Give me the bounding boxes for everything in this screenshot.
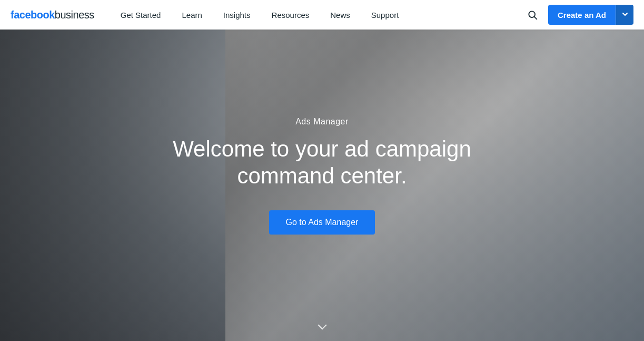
hero-section: Ads Manager Welcome to your ad campaign … <box>0 0 644 341</box>
nav-item-resources[interactable]: Resources <box>261 0 320 30</box>
nav-item-support[interactable]: Support <box>361 0 410 30</box>
go-to-ads-manager-button[interactable]: Go to Ads Manager <box>269 210 375 235</box>
svg-line-1 <box>534 17 537 20</box>
logo-business: business <box>55 9 94 21</box>
scroll-down-button[interactable] <box>319 322 325 330</box>
nav-item-news[interactable]: News <box>320 0 361 30</box>
nav-item-insights[interactable]: Insights <box>213 0 261 30</box>
create-ad-button[interactable]: Create an Ad <box>548 5 616 25</box>
scroll-chevron-icon <box>319 322 325 330</box>
hero-content: Ads Manager Welcome to your ad campaign … <box>138 117 507 235</box>
nav-item-learn[interactable]: Learn <box>171 0 212 30</box>
create-ad-wrapper: Create an Ad <box>548 5 633 25</box>
logo-facebook: facebook <box>11 9 55 21</box>
navbar: facebook business Get Started Learn Insi… <box>0 0 644 30</box>
logo[interactable]: facebook business <box>11 9 94 21</box>
chevron-down-icon <box>622 11 628 19</box>
nav-links: Get Started Learn Insights Resources New… <box>110 0 522 30</box>
hero-eyebrow: Ads Manager <box>138 117 507 126</box>
nav-right: Create an Ad <box>522 4 633 25</box>
hero-title: Welcome to your ad campaign command cent… <box>138 136 507 189</box>
create-ad-dropdown-button[interactable] <box>616 5 633 25</box>
nav-item-get-started[interactable]: Get Started <box>110 0 172 30</box>
search-icon <box>527 9 538 20</box>
search-button[interactable] <box>522 4 543 25</box>
